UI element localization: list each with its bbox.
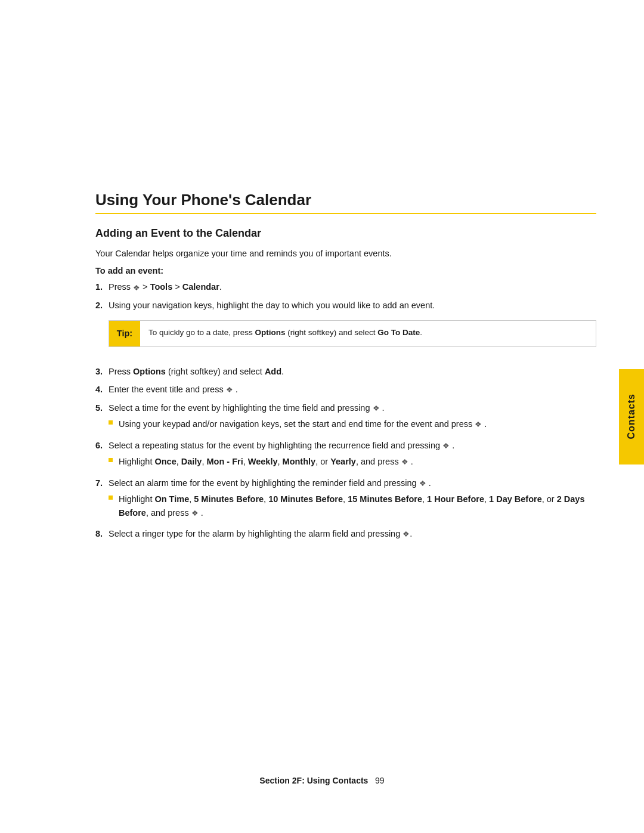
step-5-content: Select a time for the event by highlight… — [109, 401, 596, 434]
step-7-1day: 1 Day Before — [489, 494, 542, 504]
tip-bold-options: Options — [255, 328, 286, 337]
step-6-sub-1: Highlight Once, Daily, Mon - Fri, Weekly… — [109, 455, 596, 468]
bullet-7-1 — [109, 496, 113, 500]
nav-icon-6: ❖ — [442, 440, 450, 452]
step-4-num: 4. — [95, 383, 109, 396]
step-3-bold2: Add — [265, 367, 281, 376]
side-tab-label: Contacts — [626, 394, 637, 439]
footer-section-label: Section 2F: Using Contacts — [259, 776, 368, 785]
step-2: 2. Using your navigation keys, highlight… — [95, 299, 596, 312]
task-label: To add an event: — [95, 266, 596, 275]
step-7-5min: 5 Minutes Before — [194, 494, 264, 504]
tip-label: Tip: — [109, 321, 140, 346]
step-2-num: 2. — [95, 299, 109, 312]
step-1-content: Press ❖ > Tools > Calendar. — [109, 280, 596, 293]
step-3-num: 3. — [95, 365, 109, 378]
step-7-1hr: 1 Hour Before — [427, 494, 484, 504]
step-5-sublist: Using your keypad and/or navigation keys… — [109, 417, 596, 431]
step-7-num: 7. — [95, 476, 109, 490]
step-6-monfri: Mon - Fri — [207, 457, 243, 466]
nav-icon-7b: ❖ — [191, 507, 199, 519]
nav-icon-4: ❖ — [226, 384, 233, 396]
main-content: Using Your Phone's Calendar Adding an Ev… — [95, 191, 596, 738]
step-7-sub-1-text: Highlight On Time, 5 Minutes Before, 10 … — [119, 493, 596, 519]
side-tab: Contacts — [619, 369, 644, 465]
nav-icon-5b: ❖ — [475, 419, 482, 431]
step-7-content: Select an alarm time for the event by hi… — [109, 476, 596, 522]
step-4: 4. Enter the event title and press ❖ . — [95, 383, 596, 396]
section-heading: Adding an Event to the Calendar — [95, 227, 596, 240]
step-3-bold1: Options — [133, 367, 166, 376]
nav-icon-6b: ❖ — [401, 456, 408, 468]
step-5: 5. Select a time for the event by highli… — [95, 401, 596, 434]
footer-page-num: 99 — [375, 776, 385, 785]
step-7-sublist: Highlight On Time, 5 Minutes Before, 10 … — [109, 493, 596, 519]
step-1-bold2: Calendar — [182, 282, 219, 292]
steps-list: 1. Press ❖ > Tools > Calendar. 2. Using … — [95, 280, 596, 540]
step-1: 1. Press ❖ > Tools > Calendar. — [95, 280, 596, 293]
step-7-10min: 10 Minutes Before — [268, 494, 343, 504]
step-8: 8. Select a ringer type for the alarm by… — [95, 527, 596, 540]
step-6-daily: Daily — [181, 457, 202, 466]
step-6-monthly: Monthly — [283, 457, 316, 466]
step-8-num: 8. — [95, 527, 109, 540]
page-title: Using Your Phone's Calendar — [95, 191, 596, 209]
step-2-content: Using your navigation keys, highlight th… — [109, 299, 596, 312]
step-7-15min: 15 Minutes Before — [348, 494, 422, 504]
step-6-sub-1-text: Highlight Once, Daily, Mon - Fri, Weekly… — [119, 455, 413, 468]
step-5-sub-1-text: Using your keypad and/or navigation keys… — [119, 417, 487, 431]
step-6-content: Select a repeating status for the event … — [109, 439, 596, 472]
tip-box: Tip: To quickly go to a date, press Opti… — [109, 320, 596, 346]
step-4-content: Enter the event title and press ❖ . — [109, 383, 596, 396]
step-5-num: 5. — [95, 401, 109, 414]
step-1-num: 1. — [95, 280, 109, 293]
intro-text: Your Calendar helps organize your time a… — [95, 247, 596, 260]
step-5-sub-1: Using your keypad and/or navigation keys… — [109, 417, 596, 431]
title-underline — [95, 213, 596, 214]
tip-content: To quickly go to a date, press Options (… — [140, 321, 431, 346]
step-7: 7. Select an alarm time for the event by… — [95, 476, 596, 522]
step-8-content: Select a ringer type for the alarm by hi… — [109, 527, 596, 540]
nav-icon-5: ❖ — [373, 402, 380, 414]
step-1-bold1: Tools — [150, 282, 173, 292]
step-7-sub-1: Highlight On Time, 5 Minutes Before, 10 … — [109, 493, 596, 519]
tip-bold-goto: Go To Date — [377, 328, 420, 337]
step-3: 3. Press Options (right softkey) and sel… — [95, 365, 596, 378]
nav-icon-8: ❖ — [402, 528, 410, 540]
page-container: Contacts Using Your Phone's Calendar Add… — [0, 0, 644, 833]
step-7-ontime: On Time — [154, 494, 189, 504]
tip-container: Tip: To quickly go to a date, press Opti… — [95, 320, 596, 360]
step-6-once: Once — [154, 457, 176, 466]
bullet-5-1 — [109, 420, 113, 425]
bullet-6-1 — [109, 458, 113, 462]
page-footer: Section 2F: Using Contacts 99 — [0, 776, 644, 785]
nav-icon-7: ❖ — [419, 478, 426, 490]
step-6-sublist: Highlight Once, Daily, Mon - Fri, Weekly… — [109, 455, 596, 468]
step-6-num: 6. — [95, 439, 109, 452]
step-6: 6. Select a repeating status for the eve… — [95, 439, 596, 472]
step-3-content: Press Options (right softkey) and select… — [109, 365, 596, 378]
step-6-yearly: Yearly — [330, 457, 356, 466]
step-6-weekly: Weekly — [248, 457, 278, 466]
nav-icon-1: ❖ — [133, 282, 140, 294]
